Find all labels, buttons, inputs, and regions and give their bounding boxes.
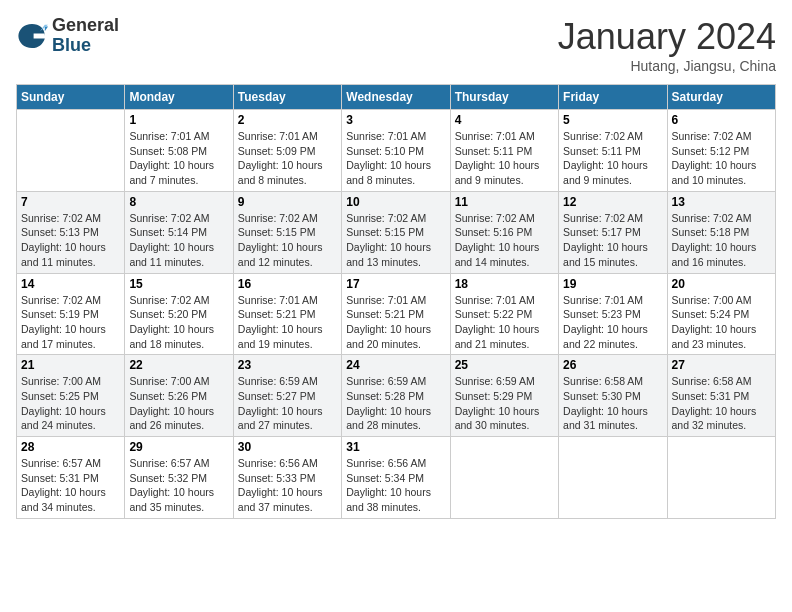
day-info: Sunrise: 7:02 AMSunset: 5:13 PMDaylight:…: [21, 212, 106, 268]
day-number: 2: [238, 113, 337, 127]
calendar-cell: 25 Sunrise: 6:59 AMSunset: 5:29 PMDaylig…: [450, 355, 558, 437]
calendar-cell: 23 Sunrise: 6:59 AMSunset: 5:27 PMDaylig…: [233, 355, 341, 437]
calendar-cell: [559, 437, 667, 519]
calendar-cell: 7 Sunrise: 7:02 AMSunset: 5:13 PMDayligh…: [17, 191, 125, 273]
day-info: Sunrise: 7:00 AMSunset: 5:26 PMDaylight:…: [129, 375, 214, 431]
day-number: 6: [672, 113, 771, 127]
day-number: 4: [455, 113, 554, 127]
day-number: 17: [346, 277, 445, 291]
calendar-week-row: 1 Sunrise: 7:01 AMSunset: 5:08 PMDayligh…: [17, 110, 776, 192]
main-container: General Blue January 2024 Hutang, Jiangs…: [0, 0, 792, 527]
calendar-cell: 21 Sunrise: 7:00 AMSunset: 5:25 PMDaylig…: [17, 355, 125, 437]
day-info: Sunrise: 7:01 AMSunset: 5:08 PMDaylight:…: [129, 130, 214, 186]
calendar-cell: [450, 437, 558, 519]
day-info: Sunrise: 7:01 AMSunset: 5:11 PMDaylight:…: [455, 130, 540, 186]
day-info: Sunrise: 7:01 AMSunset: 5:21 PMDaylight:…: [346, 294, 431, 350]
day-info: Sunrise: 6:58 AMSunset: 5:30 PMDaylight:…: [563, 375, 648, 431]
calendar-cell: 8 Sunrise: 7:02 AMSunset: 5:14 PMDayligh…: [125, 191, 233, 273]
calendar-cell: 12 Sunrise: 7:02 AMSunset: 5:17 PMDaylig…: [559, 191, 667, 273]
day-number: 5: [563, 113, 662, 127]
day-info: Sunrise: 6:56 AMSunset: 5:33 PMDaylight:…: [238, 457, 323, 513]
day-info: Sunrise: 7:01 AMSunset: 5:21 PMDaylight:…: [238, 294, 323, 350]
calendar-cell: [17, 110, 125, 192]
day-number: 24: [346, 358, 445, 372]
header: General Blue January 2024 Hutang, Jiangs…: [16, 16, 776, 74]
logo-general: General: [52, 16, 119, 36]
day-info: Sunrise: 7:01 AMSunset: 5:22 PMDaylight:…: [455, 294, 540, 350]
calendar-cell: 5 Sunrise: 7:02 AMSunset: 5:11 PMDayligh…: [559, 110, 667, 192]
day-number: 18: [455, 277, 554, 291]
logo-icon: [16, 20, 48, 52]
calendar-week-row: 7 Sunrise: 7:02 AMSunset: 5:13 PMDayligh…: [17, 191, 776, 273]
location-subtitle: Hutang, Jiangsu, China: [558, 58, 776, 74]
day-number: 23: [238, 358, 337, 372]
day-number: 31: [346, 440, 445, 454]
calendar-cell: 13 Sunrise: 7:02 AMSunset: 5:18 PMDaylig…: [667, 191, 775, 273]
logo: General Blue: [16, 16, 119, 56]
day-info: Sunrise: 7:01 AMSunset: 5:10 PMDaylight:…: [346, 130, 431, 186]
day-info: Sunrise: 6:59 AMSunset: 5:27 PMDaylight:…: [238, 375, 323, 431]
day-number: 15: [129, 277, 228, 291]
day-info: Sunrise: 7:02 AMSunset: 5:17 PMDaylight:…: [563, 212, 648, 268]
day-info: Sunrise: 7:02 AMSunset: 5:20 PMDaylight:…: [129, 294, 214, 350]
calendar-table: SundayMondayTuesdayWednesdayThursdayFrid…: [16, 84, 776, 519]
day-info: Sunrise: 7:02 AMSunset: 5:14 PMDaylight:…: [129, 212, 214, 268]
calendar-cell: 1 Sunrise: 7:01 AMSunset: 5:08 PMDayligh…: [125, 110, 233, 192]
logo-blue: Blue: [52, 36, 119, 56]
calendar-cell: 4 Sunrise: 7:01 AMSunset: 5:11 PMDayligh…: [450, 110, 558, 192]
calendar-cell: 31 Sunrise: 6:56 AMSunset: 5:34 PMDaylig…: [342, 437, 450, 519]
calendar-cell: 9 Sunrise: 7:02 AMSunset: 5:15 PMDayligh…: [233, 191, 341, 273]
day-info: Sunrise: 7:02 AMSunset: 5:16 PMDaylight:…: [455, 212, 540, 268]
calendar-cell: 11 Sunrise: 7:02 AMSunset: 5:16 PMDaylig…: [450, 191, 558, 273]
day-number: 30: [238, 440, 337, 454]
title-block: January 2024 Hutang, Jiangsu, China: [558, 16, 776, 74]
calendar-cell: 10 Sunrise: 7:02 AMSunset: 5:15 PMDaylig…: [342, 191, 450, 273]
day-info: Sunrise: 6:58 AMSunset: 5:31 PMDaylight:…: [672, 375, 757, 431]
header-day: Thursday: [450, 85, 558, 110]
day-info: Sunrise: 7:00 AMSunset: 5:24 PMDaylight:…: [672, 294, 757, 350]
calendar-cell: 20 Sunrise: 7:00 AMSunset: 5:24 PMDaylig…: [667, 273, 775, 355]
calendar-cell: [667, 437, 775, 519]
day-info: Sunrise: 6:57 AMSunset: 5:32 PMDaylight:…: [129, 457, 214, 513]
calendar-cell: 6 Sunrise: 7:02 AMSunset: 5:12 PMDayligh…: [667, 110, 775, 192]
day-number: 12: [563, 195, 662, 209]
calendar-cell: 15 Sunrise: 7:02 AMSunset: 5:20 PMDaylig…: [125, 273, 233, 355]
day-info: Sunrise: 7:02 AMSunset: 5:11 PMDaylight:…: [563, 130, 648, 186]
day-number: 20: [672, 277, 771, 291]
day-number: 14: [21, 277, 120, 291]
calendar-cell: 29 Sunrise: 6:57 AMSunset: 5:32 PMDaylig…: [125, 437, 233, 519]
calendar-cell: 17 Sunrise: 7:01 AMSunset: 5:21 PMDaylig…: [342, 273, 450, 355]
day-number: 13: [672, 195, 771, 209]
day-number: 1: [129, 113, 228, 127]
day-number: 10: [346, 195, 445, 209]
day-number: 7: [21, 195, 120, 209]
calendar-cell: 19 Sunrise: 7:01 AMSunset: 5:23 PMDaylig…: [559, 273, 667, 355]
day-number: 22: [129, 358, 228, 372]
day-number: 27: [672, 358, 771, 372]
day-number: 11: [455, 195, 554, 209]
header-day: Wednesday: [342, 85, 450, 110]
calendar-cell: 22 Sunrise: 7:00 AMSunset: 5:26 PMDaylig…: [125, 355, 233, 437]
calendar-cell: 14 Sunrise: 7:02 AMSunset: 5:19 PMDaylig…: [17, 273, 125, 355]
day-number: 3: [346, 113, 445, 127]
day-number: 29: [129, 440, 228, 454]
day-number: 26: [563, 358, 662, 372]
calendar-cell: 18 Sunrise: 7:01 AMSunset: 5:22 PMDaylig…: [450, 273, 558, 355]
calendar-week-row: 14 Sunrise: 7:02 AMSunset: 5:19 PMDaylig…: [17, 273, 776, 355]
logo-text: General Blue: [52, 16, 119, 56]
day-info: Sunrise: 7:02 AMSunset: 5:12 PMDaylight:…: [672, 130, 757, 186]
calendar-cell: 16 Sunrise: 7:01 AMSunset: 5:21 PMDaylig…: [233, 273, 341, 355]
calendar-cell: 24 Sunrise: 6:59 AMSunset: 5:28 PMDaylig…: [342, 355, 450, 437]
day-number: 21: [21, 358, 120, 372]
day-info: Sunrise: 7:02 AMSunset: 5:18 PMDaylight:…: [672, 212, 757, 268]
calendar-cell: 26 Sunrise: 6:58 AMSunset: 5:30 PMDaylig…: [559, 355, 667, 437]
day-info: Sunrise: 6:59 AMSunset: 5:28 PMDaylight:…: [346, 375, 431, 431]
day-number: 28: [21, 440, 120, 454]
day-number: 8: [129, 195, 228, 209]
calendar-cell: 2 Sunrise: 7:01 AMSunset: 5:09 PMDayligh…: [233, 110, 341, 192]
calendar-week-row: 28 Sunrise: 6:57 AMSunset: 5:31 PMDaylig…: [17, 437, 776, 519]
day-number: 19: [563, 277, 662, 291]
day-info: Sunrise: 6:59 AMSunset: 5:29 PMDaylight:…: [455, 375, 540, 431]
calendar-cell: 30 Sunrise: 6:56 AMSunset: 5:33 PMDaylig…: [233, 437, 341, 519]
day-info: Sunrise: 7:00 AMSunset: 5:25 PMDaylight:…: [21, 375, 106, 431]
